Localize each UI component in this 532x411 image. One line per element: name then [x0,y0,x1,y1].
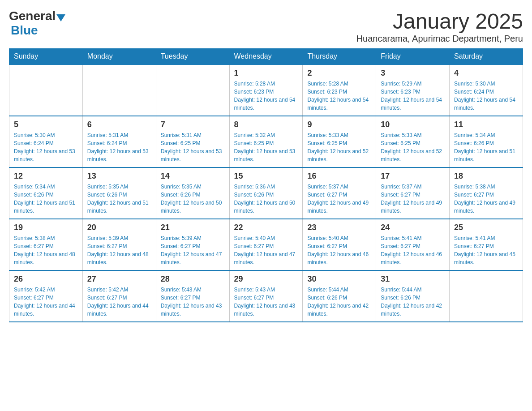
calendar-day-header: Sunday [9,49,83,65]
day-number: 12 [14,171,78,181]
calendar-cell: 2Sunrise: 5:28 AMSunset: 6:23 PMDaylight… [303,64,376,116]
day-info: Sunrise: 5:40 AMSunset: 6:27 PMDaylight:… [234,234,298,266]
day-number: 14 [161,171,225,181]
calendar-cell: 18Sunrise: 5:38 AMSunset: 6:27 PMDayligh… [450,167,523,219]
day-info: Sunrise: 5:39 AMSunset: 6:27 PMDaylight:… [87,234,151,266]
calendar-cell [450,270,523,322]
calendar-cell: 31Sunrise: 5:44 AMSunset: 6:26 PMDayligh… [376,270,450,322]
calendar-cell: 25Sunrise: 5:41 AMSunset: 6:27 PMDayligh… [450,219,523,270]
calendar-week-row: 19Sunrise: 5:38 AMSunset: 6:27 PMDayligh… [9,219,523,270]
day-number: 21 [161,223,225,232]
calendar-cell: 15Sunrise: 5:36 AMSunset: 6:26 PMDayligh… [229,167,303,219]
day-number: 30 [307,274,371,284]
calendar-cell: 21Sunrise: 5:39 AMSunset: 6:27 PMDayligh… [156,219,229,270]
day-number: 19 [14,223,78,232]
day-info: Sunrise: 5:31 AMSunset: 6:24 PMDaylight:… [87,131,151,163]
day-info: Sunrise: 5:29 AMSunset: 6:23 PMDaylight:… [381,80,445,112]
day-number: 8 [234,120,298,129]
day-info: Sunrise: 5:28 AMSunset: 6:23 PMDaylight:… [307,80,371,112]
day-info: Sunrise: 5:36 AMSunset: 6:26 PMDaylight:… [234,183,298,215]
calendar-cell: 16Sunrise: 5:37 AMSunset: 6:27 PMDayligh… [303,167,376,219]
logo-blue-text: Blue [11,23,38,37]
calendar-cell: 6Sunrise: 5:31 AMSunset: 6:24 PMDaylight… [82,116,156,167]
title-section: January 2025 Huancarama, Apurimac Depart… [356,9,523,44]
day-number: 29 [234,274,298,284]
day-info: Sunrise: 5:30 AMSunset: 6:24 PMDaylight:… [14,131,78,163]
calendar-cell: 29Sunrise: 5:43 AMSunset: 6:27 PMDayligh… [229,270,303,322]
calendar-day-header: Thursday [303,49,376,65]
calendar-cell: 3Sunrise: 5:29 AMSunset: 6:23 PMDaylight… [376,64,450,116]
day-number: 7 [161,120,225,129]
day-number: 11 [454,120,518,129]
day-number: 26 [14,274,78,284]
calendar-cell: 27Sunrise: 5:42 AMSunset: 6:27 PMDayligh… [82,270,156,322]
calendar-cell: 12Sunrise: 5:34 AMSunset: 6:26 PMDayligh… [9,167,83,219]
calendar-week-row: 1Sunrise: 5:28 AMSunset: 6:23 PMDaylight… [9,64,523,116]
calendar-cell: 7Sunrise: 5:31 AMSunset: 6:25 PMDaylight… [156,116,229,167]
day-info: Sunrise: 5:37 AMSunset: 6:27 PMDaylight:… [381,183,445,215]
day-info: Sunrise: 5:44 AMSunset: 6:26 PMDaylight:… [381,286,445,318]
day-number: 24 [381,223,445,232]
calendar-cell: 26Sunrise: 5:42 AMSunset: 6:27 PMDayligh… [9,270,83,322]
day-info: Sunrise: 5:41 AMSunset: 6:27 PMDaylight:… [454,234,518,266]
day-info: Sunrise: 5:43 AMSunset: 6:27 PMDaylight:… [161,286,225,318]
calendar-day-header: Saturday [450,49,523,65]
calendar-cell: 5Sunrise: 5:30 AMSunset: 6:24 PMDaylight… [9,116,83,167]
calendar-cell: 9Sunrise: 5:33 AMSunset: 6:25 PMDaylight… [303,116,376,167]
day-number: 9 [307,120,371,129]
day-info: Sunrise: 5:38 AMSunset: 6:27 PMDaylight:… [14,234,78,266]
day-number: 20 [87,223,151,232]
day-info: Sunrise: 5:33 AMSunset: 6:25 PMDaylight:… [381,131,445,163]
calendar-cell: 10Sunrise: 5:33 AMSunset: 6:25 PMDayligh… [376,116,450,167]
calendar-cell: 13Sunrise: 5:35 AMSunset: 6:26 PMDayligh… [82,167,156,219]
day-info: Sunrise: 5:33 AMSunset: 6:25 PMDaylight:… [307,131,371,163]
day-number: 23 [307,223,371,232]
day-number: 4 [454,68,518,78]
day-info: Sunrise: 5:41 AMSunset: 6:27 PMDaylight:… [381,234,445,266]
logo-triangle-icon [56,14,65,21]
calendar-cell [9,64,83,116]
day-info: Sunrise: 5:32 AMSunset: 6:25 PMDaylight:… [234,131,298,163]
day-info: Sunrise: 5:34 AMSunset: 6:26 PMDaylight:… [454,131,518,163]
day-number: 3 [381,68,445,78]
day-number: 17 [381,171,445,181]
day-number: 28 [161,274,225,284]
location-subtitle: Huancarama, Apurimac Department, Peru [356,34,523,44]
logo-general-text: General [9,9,56,23]
day-info: Sunrise: 5:31 AMSunset: 6:25 PMDaylight:… [161,131,225,163]
day-info: Sunrise: 5:28 AMSunset: 6:23 PMDaylight:… [234,80,298,112]
day-info: Sunrise: 5:35 AMSunset: 6:26 PMDaylight:… [87,183,151,215]
day-number: 1 [234,68,298,78]
day-info: Sunrise: 5:40 AMSunset: 6:27 PMDaylight:… [307,234,371,266]
day-info: Sunrise: 5:42 AMSunset: 6:27 PMDaylight:… [87,286,151,318]
calendar-header-row: SundayMondayTuesdayWednesdayThursdayFrid… [9,49,523,65]
day-info: Sunrise: 5:42 AMSunset: 6:27 PMDaylight:… [14,286,78,318]
day-info: Sunrise: 5:39 AMSunset: 6:27 PMDaylight:… [161,234,225,266]
calendar-day-header: Monday [82,49,156,65]
day-info: Sunrise: 5:30 AMSunset: 6:24 PMDaylight:… [454,80,518,112]
day-info: Sunrise: 5:37 AMSunset: 6:27 PMDaylight:… [307,183,371,215]
calendar-cell: 20Sunrise: 5:39 AMSunset: 6:27 PMDayligh… [82,219,156,270]
calendar-week-row: 5Sunrise: 5:30 AMSunset: 6:24 PMDaylight… [9,116,523,167]
calendar-day-header: Tuesday [156,49,229,65]
calendar-cell: 4Sunrise: 5:30 AMSunset: 6:24 PMDaylight… [450,64,523,116]
calendar-cell: 24Sunrise: 5:41 AMSunset: 6:27 PMDayligh… [376,219,450,270]
day-info: Sunrise: 5:44 AMSunset: 6:26 PMDaylight:… [307,286,371,318]
month-year-title: January 2025 [356,9,523,34]
day-number: 15 [234,171,298,181]
calendar-cell: 28Sunrise: 5:43 AMSunset: 6:27 PMDayligh… [156,270,229,322]
calendar-day-header: Wednesday [229,49,303,65]
calendar-cell [82,64,156,116]
day-number: 2 [307,68,371,78]
calendar-cell: 1Sunrise: 5:28 AMSunset: 6:23 PMDaylight… [229,64,303,116]
calendar-cell: 17Sunrise: 5:37 AMSunset: 6:27 PMDayligh… [376,167,450,219]
calendar-week-row: 26Sunrise: 5:42 AMSunset: 6:27 PMDayligh… [9,270,523,322]
logo: General Blue [9,9,66,38]
page-header: General Blue January 2025 Huancarama, Ap… [9,9,523,44]
day-number: 25 [454,223,518,232]
day-info: Sunrise: 5:38 AMSunset: 6:27 PMDaylight:… [454,183,518,215]
day-number: 16 [307,171,371,181]
day-number: 13 [87,171,151,181]
day-number: 18 [454,171,518,181]
day-number: 6 [87,120,151,129]
